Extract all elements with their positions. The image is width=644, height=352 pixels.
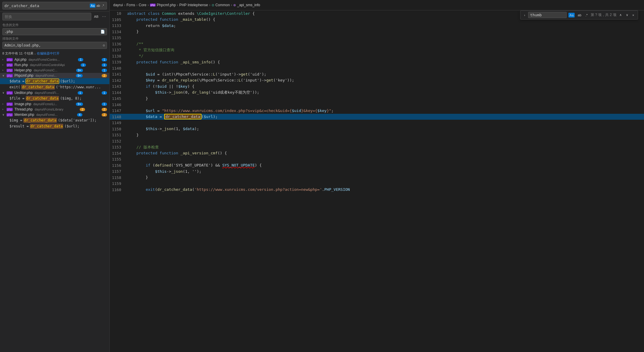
result-badge: 2 xyxy=(102,108,107,111)
match-item[interactable]: $data = dr_catcher_data($url); × xyxy=(0,78,109,84)
find-case-btn[interactable]: Aa xyxy=(568,13,575,17)
search-input-wrapper[interactable]: Aa ab .* xyxy=(2,2,107,9)
find-regex-btn[interactable]: .* xyxy=(584,13,589,17)
replace-input[interactable] xyxy=(4,15,89,19)
file-header-member[interactable]: ∨ php Member.php dayrui\Fcms\... 4 2 xyxy=(0,112,109,117)
code-line: 1143 if (!$uid || !$key) { xyxy=(110,83,644,89)
file-group-phpcmf: ∨ php Phpcmf.php dayrui\Fcms\... 9+ 2 $d… xyxy=(0,73,109,90)
match-text-after: ($data['avatar']); xyxy=(58,118,97,122)
php-icon: php xyxy=(7,69,13,72)
match-highlight-active: dr_catcher_data xyxy=(26,79,59,84)
code-line: 1145 } xyxy=(110,95,644,102)
match-highlight: dr_catcher_data xyxy=(23,118,57,123)
chevron-right-icon: › xyxy=(2,58,5,61)
code-line: 1138 */ xyxy=(110,53,644,59)
file-name: Api.php xyxy=(15,57,27,62)
line-number: 1140 xyxy=(110,65,126,71)
file-header-run[interactable]: › php Run.php dayrui\Fcms\Control\Api 1 … xyxy=(0,62,109,68)
code-line: 1141 $uid = (int)\Phpcmf\Service::L('inp… xyxy=(110,71,644,77)
find-next-btn[interactable]: ∨ xyxy=(625,12,629,17)
code-line: 1147 $url = "https://www.xunruicms.com/i… xyxy=(110,108,644,114)
more-options-btn[interactable]: ⋯ xyxy=(101,14,107,19)
find-close-btn[interactable]: × xyxy=(631,13,635,17)
class-icon: ⊙ xyxy=(212,3,214,7)
breadcrumb-sep: › xyxy=(231,3,232,7)
result-badge: 1 xyxy=(102,103,107,106)
match-badge: 1 xyxy=(78,91,83,95)
code-line: 1136 /** xyxy=(110,41,644,47)
match-item[interactable]: $file = dr_catcher_data($img, 8); × xyxy=(0,95,109,101)
line-number: 1150 xyxy=(110,126,126,132)
line-content: $data = dr_catcher_data($url); xyxy=(126,114,644,120)
code-table: 10 abstract class Common extends \CodeIg… xyxy=(110,10,644,193)
case-sensitive-btn[interactable]: Aa xyxy=(90,4,95,8)
code-line-active: 1148 $data = dr_catcher_data($url); xyxy=(110,114,644,120)
line-content: $this->_json(1, ''); xyxy=(126,168,644,175)
file-path: dayrui\Fcms\... xyxy=(36,74,57,77)
replace-options-btn[interactable]: AB xyxy=(92,14,100,19)
search-bar: Aa ab .* xyxy=(0,0,109,12)
code-line: 1160 exit(dr_catcher_data('https://www.x… xyxy=(110,187,644,193)
line-content xyxy=(126,180,644,187)
whole-word-btn[interactable]: ab xyxy=(95,4,101,8)
file-name: Helper.php xyxy=(15,68,32,72)
line-number: 10 xyxy=(110,10,126,17)
exclude-files-input[interactable] xyxy=(4,43,103,47)
file-header-api[interactable]: › php Api.php dayrui\Fcms\Contro... 1 1 xyxy=(0,57,109,62)
line-number: 1153 xyxy=(110,144,126,150)
chevron-right-icon: › xyxy=(2,108,5,111)
file-path: dayrui\Fcms\Fi... xyxy=(35,91,59,95)
line-number: 1157 xyxy=(110,168,126,175)
match-badge: 9+ xyxy=(76,69,83,72)
match-badge: 1 xyxy=(78,58,83,61)
settings-icon[interactable]: ⚙ xyxy=(103,43,105,47)
line-number: 1143 xyxy=(110,83,126,89)
file-header-helper[interactable]: › php Helper.php dayrui\Fcms\C... 9+ 1 xyxy=(0,68,109,73)
line-number: 1147 xyxy=(110,108,126,114)
line-number: 1136 xyxy=(110,41,126,47)
line-content xyxy=(126,138,644,144)
include-input-wrapper[interactable]: 📄 xyxy=(2,28,107,35)
code-line: 1153 // 版本检查 xyxy=(110,144,644,150)
file-header-ueditor[interactable]: ∨ php Ueditor.php dayrui\Fcms\Fi... 1 1 xyxy=(0,90,109,95)
line-content: exit(dr_catcher_data('https://www.xunrui… xyxy=(126,187,644,193)
file-group-run: › php Run.php dayrui\Fcms\Control\Api 1 … xyxy=(0,62,109,68)
match-item[interactable]: $result = dr_catcher_data($url); × xyxy=(0,123,109,129)
line-number: 1148 xyxy=(110,114,126,120)
match-item[interactable]: exit(dr_catcher_data('https://www.xunr..… xyxy=(0,84,109,90)
chevron-right-icon: › xyxy=(2,69,5,72)
result-badge: 2 xyxy=(102,113,107,116)
file-header-image[interactable]: › php Image.php dayrui\Fcms\Li... 9+ 1 xyxy=(0,101,109,107)
file-path: dayrui\Fcms\C... xyxy=(34,68,57,72)
file-header-thread[interactable]: › php Thread.php dayrui\Fcms\Library 2 2 xyxy=(0,107,109,112)
find-word-btn[interactable]: ab xyxy=(576,13,582,17)
line-number: 1139 xyxy=(110,59,126,65)
file-header-phpcmf[interactable]: ∨ php Phpcmf.php dayrui\Fcms\... 9+ 2 xyxy=(0,73,109,78)
line-number: 1152 xyxy=(110,138,126,144)
code-line: 1156 if (defined('SYS_NOT_UPDATE') && SY… xyxy=(110,162,644,169)
breadcrumb-bar: dayrui › Fcms › Core › php Phpcmf.php › … xyxy=(110,0,644,10)
match-badge: 9+ xyxy=(76,74,83,77)
find-prev-btn[interactable]: ∧ xyxy=(618,12,623,17)
replace-input-wrapper[interactable] xyxy=(2,13,91,20)
breadcrumb-sep: › xyxy=(136,3,138,7)
exclude-input-wrapper[interactable]: ⚙ xyxy=(2,42,107,49)
include-files-input[interactable] xyxy=(4,30,100,34)
match-item[interactable]: $img = dr_catcher_data($data['avatar']);… xyxy=(0,117,109,123)
search-input[interactable] xyxy=(4,4,90,8)
search-panel: Aa ab .* AB ⋯ 包含的文件 📄 排除的文件 ⚙ 8 文件中有 11 … xyxy=(0,0,110,352)
find-expand-btn[interactable]: › xyxy=(523,13,526,17)
line-content: $this->_json(0, dr_lang('uid或者key不能为空'))… xyxy=(126,89,644,96)
code-line: 1140 xyxy=(110,65,644,71)
php-icon: php xyxy=(7,63,13,67)
find-widget-input[interactable] xyxy=(528,12,567,18)
open-in-editor-link[interactable]: 在编辑器中打开 xyxy=(37,51,60,56)
match-text-after: ($img, 8); xyxy=(60,96,82,100)
file-name: Member.php xyxy=(15,113,34,117)
code-line: 1135 xyxy=(110,35,644,41)
line-number: 1146 xyxy=(110,102,126,108)
code-line: 1133 return $data; xyxy=(110,23,644,29)
match-highlight: dr_catcher_data xyxy=(21,85,55,89)
regex-btn[interactable]: .* xyxy=(101,4,105,8)
editor-area[interactable]: › Aa ab .* 第 ? 项，共 2 项 ∧ ∨ × 10 abstract… xyxy=(110,10,644,352)
